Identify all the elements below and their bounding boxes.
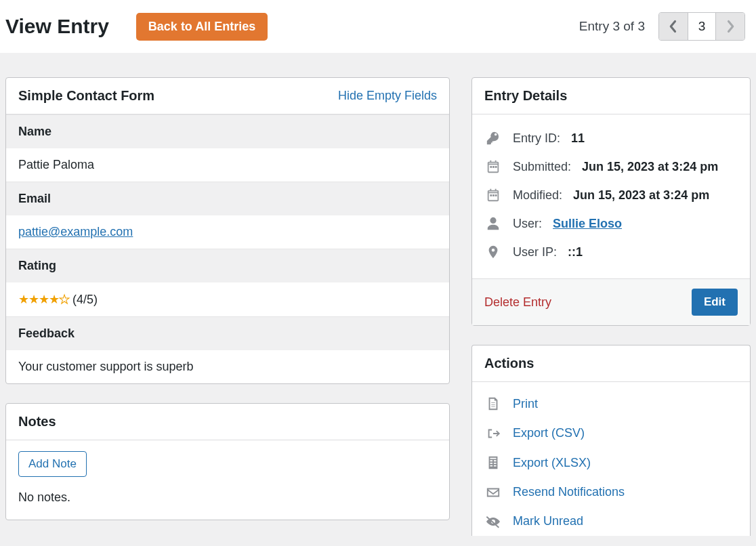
- svg-rect-5: [495, 194, 497, 196]
- actions-header: Actions: [472, 345, 750, 382]
- action-print[interactable]: Print: [484, 389, 738, 419]
- actions-title: Actions: [484, 356, 534, 371]
- field-value-name: Pattie Paloma: [6, 148, 449, 182]
- form-entry-panel: Simple Contact Form Hide Empty Fields Na…: [5, 77, 450, 384]
- svg-rect-2: [495, 166, 497, 168]
- actions-panel: Actions Print Export (CSV): [471, 345, 751, 536]
- main-column: Simple Contact Form Hide Empty Fields Na…: [5, 77, 450, 546]
- field-label-feedback: Feedback: [6, 316, 449, 350]
- action-export-xlsx-label: Export (XLSX): [513, 456, 591, 470]
- entry-details-list: Entry ID: 11 Submitted: Jun 15, 2023 at …: [472, 114, 750, 278]
- action-export-csv-label: Export (CSV): [513, 426, 585, 440]
- svg-rect-0: [490, 166, 492, 168]
- chevron-left-icon: [669, 20, 678, 33]
- key-icon: [484, 131, 502, 146]
- submitted-label: Submitted:: [513, 160, 571, 174]
- user-ip-label: User IP:: [513, 245, 557, 259]
- svg-rect-1: [492, 166, 495, 168]
- notes-body: Add Note No notes.: [6, 440, 449, 520]
- action-resend-notifications[interactable]: Resend Notifications: [484, 478, 738, 507]
- current-entry-number: 3: [688, 13, 716, 40]
- user-icon: [484, 216, 502, 231]
- content-area: Simple Contact Form Hide Empty Fields Na…: [0, 53, 756, 546]
- add-note-button[interactable]: Add Note: [18, 451, 87, 477]
- entry-details-title: Entry Details: [484, 88, 567, 104]
- notes-panel: Notes Add Note No notes.: [5, 403, 450, 520]
- entry-pager: 3: [658, 12, 745, 41]
- spreadsheet-icon: [484, 455, 502, 470]
- form-title: Simple Contact Form: [18, 88, 154, 104]
- entry-details-footer: Delete Entry Edit: [472, 278, 750, 325]
- hide-empty-fields-link[interactable]: Hide Empty Fields: [338, 89, 437, 103]
- detail-user-ip: User IP: ::1: [484, 238, 738, 266]
- action-resend-label: Resend Notifications: [513, 485, 625, 499]
- edit-entry-button[interactable]: Edit: [692, 289, 738, 316]
- detail-user: User: Sullie Eloso: [484, 209, 738, 238]
- submitted-value: Jun 15, 2023 at 3:24 pm: [582, 160, 718, 174]
- action-mark-unread-label: Mark Unread: [513, 514, 583, 528]
- rating-text: (4/5): [72, 293, 98, 306]
- modified-label: Modified:: [513, 188, 562, 203]
- calendar-icon: [484, 159, 502, 174]
- field-value-rating: ★★★★★ (4/5): [6, 282, 449, 316]
- export-icon: [484, 427, 502, 440]
- prev-entry-button[interactable]: [659, 13, 688, 40]
- user-ip-value: ::1: [568, 245, 583, 259]
- field-value-email: pattie@example.com: [6, 215, 449, 249]
- delete-entry-link[interactable]: Delete Entry: [484, 295, 551, 310]
- star-rating-icon: ★★★★★: [18, 293, 69, 306]
- chevron-right-icon: [726, 20, 735, 33]
- action-mark-unread[interactable]: Mark Unread: [484, 507, 738, 536]
- detail-entry-id: Entry ID: 11: [484, 124, 738, 152]
- back-to-entries-button[interactable]: Back to All Entries: [136, 13, 268, 41]
- no-notes-text: No notes.: [18, 490, 437, 505]
- actions-list: Print Export (CSV) Export (XLSX): [472, 382, 750, 536]
- detail-submitted: Submitted: Jun 15, 2023 at 3:24 pm: [484, 152, 738, 181]
- entry-id-label: Entry ID:: [513, 131, 560, 146]
- notes-panel-header: Notes: [6, 404, 449, 440]
- svg-rect-4: [492, 194, 495, 196]
- action-export-xlsx[interactable]: Export (XLSX): [484, 448, 738, 478]
- location-icon: [484, 245, 502, 259]
- entry-id-value: 11: [571, 131, 585, 146]
- document-icon: [484, 396, 502, 411]
- next-entry-button[interactable]: [716, 13, 744, 40]
- action-export-csv[interactable]: Export (CSV): [484, 419, 738, 448]
- email-link[interactable]: pattie@example.com: [18, 225, 133, 238]
- entry-details-header: Entry Details: [472, 78, 750, 114]
- action-print-label: Print: [513, 397, 538, 411]
- detail-modified: Modified: Jun 15, 2023 at 3:24 pm: [484, 181, 738, 209]
- top-bar: View Entry Back to All Entries Entry 3 o…: [0, 0, 756, 53]
- field-label-name: Name: [6, 114, 449, 148]
- field-label-rating: Rating: [6, 249, 449, 282]
- top-bar-right: Entry 3 of 3 3: [579, 12, 751, 41]
- field-label-email: Email: [6, 182, 449, 215]
- modified-value: Jun 15, 2023 at 3:24 pm: [573, 188, 709, 203]
- form-panel-header: Simple Contact Form Hide Empty Fields: [6, 78, 449, 114]
- sidebar-column: Entry Details Entry ID: 11 Submitted: Ju…: [471, 77, 751, 546]
- eye-slash-icon: [484, 515, 502, 528]
- envelope-icon: [484, 486, 502, 499]
- notes-title: Notes: [18, 414, 56, 429]
- entry-details-panel: Entry Details Entry ID: 11 Submitted: Ju…: [471, 77, 751, 326]
- entry-counter: Entry 3 of 3: [579, 19, 645, 34]
- calendar-icon: [484, 188, 502, 203]
- user-link[interactable]: Sullie Eloso: [553, 217, 622, 231]
- user-label: User:: [513, 217, 542, 231]
- svg-rect-3: [490, 194, 492, 196]
- page-title: View Entry: [5, 15, 109, 38]
- field-value-feedback: Your customer support is superb: [6, 350, 449, 383]
